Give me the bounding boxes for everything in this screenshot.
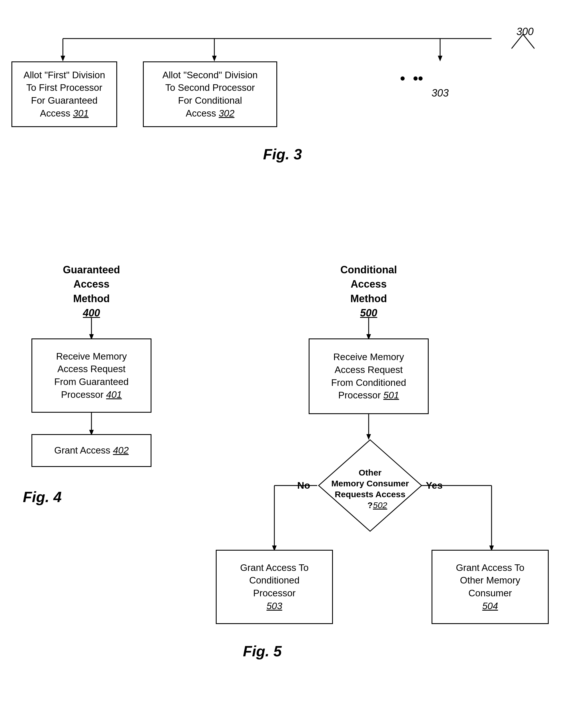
label-yes: Yes <box>426 480 443 491</box>
ref-400: 400 <box>83 307 100 319</box>
ref-402: 402 <box>113 445 129 456</box>
box-504: Grant Access ToOther MemoryConsumer 504 <box>432 550 549 624</box>
svg-text:Requests Access: Requests Access <box>335 490 405 499</box>
fig45-section: GuaranteedAccessMethod 400 Receive Memor… <box>0 206 565 720</box>
svg-marker-4 <box>61 56 65 61</box>
svg-text:Memory Consumer: Memory Consumer <box>331 479 409 488</box>
box-501: Receive MemoryAccess RequestFrom Conditi… <box>309 338 429 414</box>
label-no: No <box>297 480 310 491</box>
ref-303: 303 <box>432 87 449 99</box>
svg-marker-6 <box>212 56 216 61</box>
box301-text: Allot "First" DivisionTo First Processor… <box>23 69 105 120</box>
box-301: Allot "First" DivisionTo First Processor… <box>11 61 117 127</box>
svg-text:Other: Other <box>359 468 382 477</box>
ref-401: 401 <box>106 389 122 400</box>
box302-text: Allot "Second" DivisionTo Second Process… <box>162 69 257 120</box>
ref-302: 302 <box>218 108 234 119</box>
fig5-title: Fig. 5 <box>243 643 282 660</box>
guaranteed-access-method-label: GuaranteedAccessMethod 400 <box>31 263 151 320</box>
page: { "fig3": { "title": "Fig. 3", "ref300":… <box>0 0 565 728</box>
ref-301: 301 <box>73 108 89 119</box>
svg-line-0 <box>512 34 523 49</box>
fig3-title: Fig. 3 <box>0 146 565 163</box>
ref-501: 501 <box>383 390 399 400</box>
ref-504: 504 <box>482 601 498 611</box>
box-402: Grant Access 402 <box>31 434 151 467</box>
svg-text:?: ? <box>368 500 373 510</box>
dots-303: • •• <box>400 70 423 87</box>
svg-line-1 <box>523 34 534 49</box>
ref-500: 500 <box>360 307 377 319</box>
svg-text:502: 502 <box>373 500 387 510</box>
fig4-title: Fig. 4 <box>23 488 62 506</box>
diamond-502: Other Memory Consumer Requests Access ? … <box>317 438 423 533</box>
ref-503: 503 <box>266 601 282 611</box>
box-401: Receive MemoryAccess RequestFrom Guarant… <box>31 338 151 413</box>
svg-marker-8 <box>438 56 442 61</box>
box-302: Allot "Second" DivisionTo Second Process… <box>143 61 277 127</box>
box-503: Grant Access ToConditionedProcessor 503 <box>216 550 333 624</box>
conditional-access-method-label: ConditionalAccessMethod 500 <box>309 263 429 320</box>
